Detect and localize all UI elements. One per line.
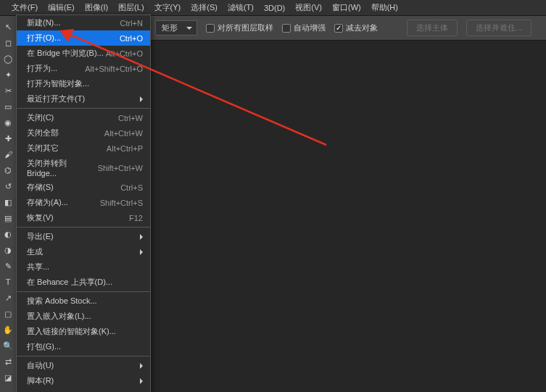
checkbox-icon xyxy=(206,24,215,33)
tool-eyedropper[interactable]: ◉ xyxy=(1,116,15,129)
menu-item-label: 脚本(R) xyxy=(27,375,54,386)
menu-item[interactable]: 打开为智能对象... xyxy=(17,76,150,91)
shape-select[interactable]: 矩形 xyxy=(155,20,197,36)
tool-stamp[interactable]: ⌬ xyxy=(1,164,15,177)
menu-item[interactable]: 在 Bridge 中浏览(B)...Alt+Ctrl+O xyxy=(17,46,150,61)
menu-e[interactable]: 编辑(E) xyxy=(48,2,75,13)
menu-y[interactable]: 文字(Y) xyxy=(154,2,181,13)
menu-item-shortcut: Alt+Ctrl+O xyxy=(106,49,143,58)
menu-f[interactable]: 文件(F) xyxy=(12,2,38,13)
menu-v[interactable]: 视图(V) xyxy=(295,2,322,13)
tool-zoom[interactable]: 🔍 xyxy=(1,339,15,352)
checkbox-label: 减去对象 xyxy=(346,22,378,33)
menu-item-label: 恢复(V) xyxy=(27,212,54,223)
menu-item-shortcut: Alt+Ctrl+W xyxy=(104,129,143,138)
menu-item[interactable]: 打开为...Alt+Shift+Ctrl+O xyxy=(17,61,150,76)
subtract-object-checkbox[interactable]: 减去对象 xyxy=(334,22,378,33)
menu-item[interactable]: 置入嵌入对象(L)... xyxy=(17,309,150,324)
tool-eraser[interactable]: ◧ xyxy=(1,196,15,209)
menu-item[interactable]: 存储为(A)...Shift+Ctrl+S xyxy=(17,195,150,210)
menu-item-label: 置入链接的智能对象(K)... xyxy=(27,326,116,337)
tool-type[interactable]: T xyxy=(1,275,15,288)
menu-item-label: 存储为(A)... xyxy=(27,197,68,208)
auto-enhance-checkbox[interactable]: 自动增强 xyxy=(282,22,326,33)
menu-item[interactable]: 脚本(R) xyxy=(17,373,150,388)
menu-item-shortcut: Ctrl+S xyxy=(120,183,143,192)
tool-lasso[interactable]: ◯ xyxy=(1,52,15,65)
menu-item[interactable]: 导出(E) xyxy=(17,229,150,244)
menu-item[interactable]: 生成 xyxy=(17,244,150,259)
menu-item[interactable]: 打包(G)... xyxy=(17,339,150,354)
tool-crop[interactable]: ✂ xyxy=(1,84,15,97)
menubar: 文件(F)编辑(E)图像(I)图层(L)文字(Y)选择(S)滤镜(T)3D(D)… xyxy=(0,0,546,16)
menu-item-label: 搜索 Adobe Stock... xyxy=(27,296,97,306)
checkbox-label: 对所有图层取样 xyxy=(218,22,273,33)
tool-heal[interactable]: ✚ xyxy=(1,132,15,145)
menu-item[interactable]: 关闭全部Alt+Ctrl+W xyxy=(17,125,150,141)
menu-item-label: 打开为... xyxy=(27,63,57,74)
menu-item[interactable]: 搜索 Adobe Stock... xyxy=(17,293,150,309)
tool-pen[interactable]: ✎ xyxy=(1,259,15,272)
menu-item-shortcut: Alt+Shift+Ctrl+O xyxy=(85,64,143,73)
menu-item-shortcut: Alt+Ctrl+P xyxy=(107,144,143,153)
menu-item-shortcut: Ctrl+N xyxy=(120,19,143,28)
menu-item[interactable]: 存储(S)Ctrl+S xyxy=(17,180,150,195)
menu-item[interactable]: 关闭(C)Ctrl+W xyxy=(17,110,150,125)
menu-item[interactable]: 导入(M) xyxy=(17,388,150,392)
menu-item-label: 打包(G)... xyxy=(27,341,61,352)
tool-color[interactable]: ◪ xyxy=(1,371,15,384)
menu-item-label: 关闭(C) xyxy=(27,112,54,123)
tool-hand[interactable]: ✋ xyxy=(1,323,15,336)
menu-item-label: 最近打开文件(T) xyxy=(27,93,85,104)
menu-item-label: 在 Bridge 中浏览(B)... xyxy=(27,48,104,59)
tool-marquee[interactable]: ◻ xyxy=(1,36,15,49)
menu-item[interactable]: 最近打开文件(T) xyxy=(17,91,150,107)
menu-h[interactable]: 帮助(H) xyxy=(371,2,398,13)
select-and-mask-button[interactable]: 选择并遮住... xyxy=(466,20,531,36)
tool-swap[interactable]: ⇄ xyxy=(1,355,15,368)
menu-item-shortcut: Shift+Ctrl+S xyxy=(100,199,143,207)
menu-dd[interactable]: 3D(D) xyxy=(264,4,285,12)
tool-blur[interactable]: ◐ xyxy=(1,228,15,241)
tool-path[interactable]: ↗ xyxy=(1,291,15,304)
select-subject-button[interactable]: 选择主体 xyxy=(407,20,458,36)
menu-separator xyxy=(17,108,150,109)
menu-item[interactable]: 打开(O)...Ctrl+O xyxy=(17,30,150,46)
tool-rectangle[interactable]: ▢ xyxy=(1,307,15,320)
menu-item[interactable]: 自动(U) xyxy=(17,358,150,373)
menu-item-shortcut: F12 xyxy=(129,214,143,222)
file-menu-dropdown: 新建(N)...Ctrl+N打开(O)...Ctrl+O在 Bridge 中浏览… xyxy=(16,14,151,392)
menu-item-shortcut: Ctrl+O xyxy=(120,34,143,43)
tool-history[interactable]: ↺ xyxy=(1,180,15,193)
tool-gradient[interactable]: ▤ xyxy=(1,212,15,225)
menu-i[interactable]: 图像(I) xyxy=(85,2,108,13)
tool-move[interactable]: ↖ xyxy=(1,20,15,33)
menu-t[interactable]: 滤镜(T) xyxy=(228,2,254,13)
menu-item[interactable]: 置入链接的智能对象(K)... xyxy=(17,324,150,339)
menu-item-label: 自动(U) xyxy=(27,360,54,371)
tool-dodge[interactable]: ◑ xyxy=(1,243,15,257)
menu-item-shortcut: Shift+Ctrl+W xyxy=(98,164,143,172)
menu-separator xyxy=(17,291,150,292)
menu-item[interactable]: 关闭其它Alt+Ctrl+P xyxy=(17,141,150,156)
menu-item[interactable]: 关闭并转到 Bridge...Shift+Ctrl+W xyxy=(17,156,150,180)
menu-item[interactable]: 恢复(V)F12 xyxy=(17,210,150,225)
tool-brush[interactable]: 🖌 xyxy=(1,148,15,161)
menu-l[interactable]: 图层(L) xyxy=(118,2,144,13)
menu-item[interactable]: 在 Behance 上共享(D)... xyxy=(17,275,150,290)
menu-item-label: 新建(N)... xyxy=(27,17,60,28)
menu-item-label: 存储(S) xyxy=(27,182,54,193)
menu-item[interactable]: 新建(N)...Ctrl+N xyxy=(17,15,150,30)
menu-separator xyxy=(17,356,150,356)
toolbar: ↖◻◯✦✂▭◉✚🖌⌬↺◧▤◐◑✎T↗▢✋🔍⇄◪ xyxy=(0,16,16,392)
tool-wand[interactable]: ✦ xyxy=(1,68,15,81)
menu-item-label: 关闭并转到 Bridge... xyxy=(27,158,98,178)
tool-frame[interactable]: ▭ xyxy=(1,100,15,113)
menu-item-label: 置入嵌入对象(L)... xyxy=(27,311,91,322)
menu-item[interactable]: 共享... xyxy=(17,259,150,275)
menu-w[interactable]: 窗口(W) xyxy=(332,2,361,13)
sample-all-layers-checkbox[interactable]: 对所有图层取样 xyxy=(206,22,273,33)
menu-item-label: 导出(E) xyxy=(27,231,54,242)
menu-item-label: 生成 xyxy=(27,246,43,257)
menu-s[interactable]: 选择(S) xyxy=(191,2,218,13)
